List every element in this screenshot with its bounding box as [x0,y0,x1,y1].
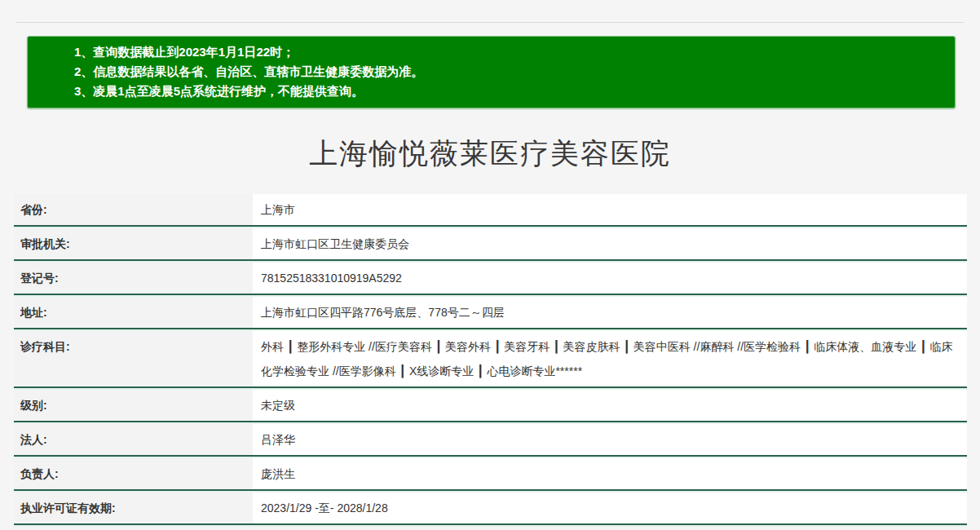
table-row-registration-number: 登记号: 78152518331010919A5292 [14,263,967,294]
row-label: 负责人: [14,458,253,489]
row-value: 未定级 [253,390,967,421]
table-row-license-validity: 执业许可证有效期: 2023/1/29 -至- 2028/1/28 [14,492,967,523]
notice-line-3: 3、凌晨1点至凌晨5点系统进行维护，不能提供查询。 [74,82,938,101]
row-value: 吕泽华 [253,424,967,455]
row-value: 上海市虹口区卫生健康委员会 [253,228,967,259]
row-label: 省份: [14,194,253,225]
institution-info-table: 省份: 上海市 审批机关: 上海市虹口区卫生健康委员会 登记号: 7815251… [14,194,967,527]
row-value: 上海市 [253,194,967,225]
row-value: 外科 ┃ 整形外科专业 //医疗美容科 ┃ 美容外科 ┃ 美容牙科 ┃ 美容皮肤… [253,331,967,386]
row-label: 级别: [14,390,253,421]
notice-line-2: 2、信息数据结果以各省、自治区、直辖市卫生健康委数据为准。 [74,62,938,82]
row-label: 诊疗科目: [14,331,253,386]
row-label: 地址: [14,297,253,328]
table-row-approval-authority: 审批机关: 上海市虹口区卫生健康委员会 [14,228,967,259]
row-value: 2023/1/29 -至- 2028/1/28 [253,492,967,523]
row-separator [14,523,967,527]
notice-line-1: 1、查询数据截止到2023年1月1日22时； [74,42,938,62]
table-row-level: 级别: 未定级 [14,390,967,421]
table-row-person-in-charge: 负责人: 庞洪生 [14,458,967,489]
row-value: 上海市虹口区四平路776号底层、778号二～四层 [253,297,967,328]
row-value: 78152518331010919A5292 [253,263,967,294]
notice-banner: 1、查询数据截止到2023年1月1日22时； 2、信息数据结果以各省、自治区、直… [27,36,956,108]
table-row-province: 省份: 上海市 [14,194,967,225]
page-title: 上海愉悦薇莱医疗美容医院 [0,133,980,173]
table-row-address: 地址: 上海市虹口区四平路776号底层、778号二～四层 [14,297,967,328]
row-label: 审批机关: [14,228,253,259]
header-divider [16,22,964,23]
row-label: 执业许可证有效期: [14,492,253,523]
row-value: 庞洪生 [253,458,967,489]
table-row-medical-departments: 诊疗科目: 外科 ┃ 整形外科专业 //医疗美容科 ┃ 美容外科 ┃ 美容牙科 … [14,331,967,386]
table-row-legal-person: 法人: 吕泽华 [14,424,967,455]
row-label: 登记号: [14,263,253,294]
row-label: 法人: [14,424,253,455]
